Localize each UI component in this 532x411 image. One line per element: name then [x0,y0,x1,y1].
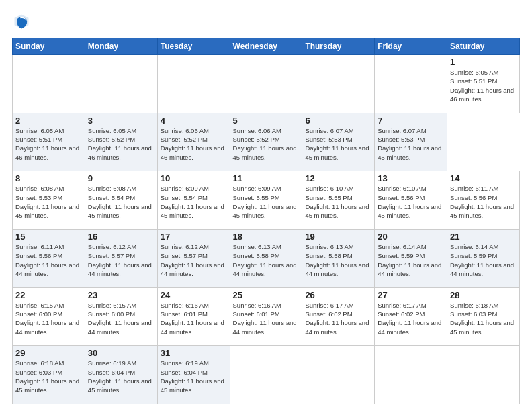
day-info: Sunrise: 6:19 AMSunset: 6:04 PMDaylight:… [161,359,227,394]
logo [12,12,34,31]
calendar-cell [447,346,520,404]
day-number: 20 [378,232,444,242]
day-header-saturday: Saturday [447,38,520,55]
calendar-cell: 26Sunrise: 6:17 AMSunset: 6:02 PMDayligh… [302,287,375,346]
day-info: Sunrise: 6:05 AMSunset: 5:51 PMDaylight:… [450,68,517,103]
calendar-cell: 19Sunrise: 6:13 AMSunset: 5:58 PMDayligh… [302,229,375,287]
calendar-week-5: 22Sunrise: 6:15 AMSunset: 6:00 PMDayligh… [13,287,520,346]
day-number: 24 [161,290,227,300]
day-info: Sunrise: 6:15 AMSunset: 6:00 PMDaylight:… [88,301,154,336]
day-number: 25 [233,290,300,300]
day-number: 2 [15,116,82,126]
logo-icon [12,12,31,31]
day-info: Sunrise: 6:07 AMSunset: 5:53 PMDaylight:… [378,126,444,162]
calendar-cell: 9Sunrise: 6:08 AMSunset: 5:54 PMDaylight… [85,171,157,230]
day-number: 6 [305,116,371,126]
day-info: Sunrise: 6:08 AMSunset: 5:53 PMDaylight:… [15,184,82,220]
day-number: 14 [450,173,517,183]
day-number: 28 [450,290,517,300]
calendar-week-1: 1Sunrise: 6:05 AMSunset: 5:51 PMDaylight… [13,55,520,113]
day-number: 4 [161,116,227,126]
day-header-sunday: Sunday [13,38,85,55]
day-info: Sunrise: 6:16 AMSunset: 6:01 PMDaylight:… [161,301,227,336]
day-number: 10 [161,173,227,183]
day-info: Sunrise: 6:07 AMSunset: 5:53 PMDaylight:… [305,126,371,162]
calendar-header-row: SundayMondayTuesdayWednesdayThursdayFrid… [13,38,520,55]
page: SundayMondayTuesdayWednesdayThursdayFrid… [0,0,532,411]
calendar-cell [302,55,375,113]
calendar-week-6: 29Sunrise: 6:18 AMSunset: 6:03 PMDayligh… [13,346,520,404]
day-header-wednesday: Wednesday [230,38,302,55]
calendar-week-2: 2Sunrise: 6:05 AMSunset: 5:51 PMDaylight… [13,113,520,171]
day-number: 12 [305,173,371,183]
day-number: 9 [88,173,154,183]
calendar-cell [302,346,375,404]
calendar-cell: 7Sunrise: 6:07 AMSunset: 5:53 PMDaylight… [375,113,447,171]
day-header-monday: Monday [85,38,157,55]
header [12,12,520,31]
calendar-cell: 27Sunrise: 6:17 AMSunset: 6:02 PMDayligh… [375,287,447,346]
calendar-cell: 17Sunrise: 6:12 AMSunset: 5:57 PMDayligh… [157,229,230,287]
day-number: 19 [305,232,371,242]
calendar-cell: 13Sunrise: 6:10 AMSunset: 5:56 PMDayligh… [375,171,447,230]
calendar-cell: 21Sunrise: 6:14 AMSunset: 5:59 PMDayligh… [447,229,520,287]
day-number: 16 [88,232,154,242]
day-info: Sunrise: 6:06 AMSunset: 5:52 PMDaylight:… [233,126,300,162]
day-info: Sunrise: 6:13 AMSunset: 5:58 PMDaylight:… [305,242,371,278]
calendar-cell: 23Sunrise: 6:15 AMSunset: 6:00 PMDayligh… [85,287,157,346]
calendar-cell: 28Sunrise: 6:18 AMSunset: 6:03 PMDayligh… [447,287,520,346]
calendar-cell: 22Sunrise: 6:15 AMSunset: 6:00 PMDayligh… [13,287,85,346]
calendar-cell: 4Sunrise: 6:06 AMSunset: 5:52 PMDaylight… [157,113,230,171]
day-info: Sunrise: 6:05 AMSunset: 5:51 PMDaylight:… [15,126,82,162]
calendar-cell [157,55,230,113]
day-number: 26 [305,290,371,300]
day-number: 8 [15,173,82,183]
day-info: Sunrise: 6:05 AMSunset: 5:52 PMDaylight:… [88,126,154,162]
calendar-cell: 1Sunrise: 6:05 AMSunset: 5:51 PMDaylight… [447,55,520,113]
day-number: 17 [161,232,227,242]
day-number: 7 [378,116,444,126]
day-number: 3 [88,116,154,126]
calendar-cell: 3Sunrise: 6:05 AMSunset: 5:52 PMDaylight… [85,113,157,171]
day-info: Sunrise: 6:11 AMSunset: 5:56 PMDaylight:… [450,184,517,220]
calendar-cell: 11Sunrise: 6:09 AMSunset: 5:55 PMDayligh… [230,171,302,230]
day-info: Sunrise: 6:11 AMSunset: 5:56 PMDaylight:… [15,242,82,278]
day-info: Sunrise: 6:18 AMSunset: 6:03 PMDaylight:… [450,301,517,336]
calendar-week-3: 8Sunrise: 6:08 AMSunset: 5:53 PMDaylight… [13,171,520,230]
day-number: 13 [378,173,444,183]
day-info: Sunrise: 6:10 AMSunset: 5:56 PMDaylight:… [378,184,444,220]
calendar-cell: 14Sunrise: 6:11 AMSunset: 5:56 PMDayligh… [447,171,520,230]
calendar-cell [230,346,302,404]
calendar-cell: 6Sunrise: 6:07 AMSunset: 5:53 PMDaylight… [302,113,375,171]
day-info: Sunrise: 6:09 AMSunset: 5:54 PMDaylight:… [161,184,227,220]
calendar-cell [375,346,447,404]
calendar-cell: 16Sunrise: 6:12 AMSunset: 5:57 PMDayligh… [85,229,157,287]
day-header-tuesday: Tuesday [157,38,230,55]
day-number: 18 [233,232,300,242]
day-info: Sunrise: 6:16 AMSunset: 6:01 PMDaylight:… [233,301,300,336]
calendar-cell: 2Sunrise: 6:05 AMSunset: 5:51 PMDaylight… [13,113,85,171]
day-number: 1 [450,57,517,67]
day-number: 22 [15,290,82,300]
day-number: 30 [88,348,154,358]
day-info: Sunrise: 6:14 AMSunset: 5:59 PMDaylight:… [450,242,517,278]
day-info: Sunrise: 6:12 AMSunset: 5:57 PMDaylight:… [161,242,227,278]
calendar-cell: 15Sunrise: 6:11 AMSunset: 5:56 PMDayligh… [13,229,85,287]
calendar-cell: 30Sunrise: 6:19 AMSunset: 6:04 PMDayligh… [85,346,157,404]
calendar-cell: 24Sunrise: 6:16 AMSunset: 6:01 PMDayligh… [157,287,230,346]
day-info: Sunrise: 6:08 AMSunset: 5:54 PMDaylight:… [88,184,154,220]
calendar-cell: 12Sunrise: 6:10 AMSunset: 5:55 PMDayligh… [302,171,375,230]
day-number: 11 [233,173,300,183]
calendar-week-4: 15Sunrise: 6:11 AMSunset: 5:56 PMDayligh… [13,229,520,287]
calendar-cell: 18Sunrise: 6:13 AMSunset: 5:58 PMDayligh… [230,229,302,287]
day-info: Sunrise: 6:15 AMSunset: 6:00 PMDaylight:… [15,301,82,336]
calendar-cell: 29Sunrise: 6:18 AMSunset: 6:03 PMDayligh… [13,346,85,404]
calendar-table: SundayMondayTuesdayWednesdayThursdayFrid… [12,38,520,404]
calendar-cell: 10Sunrise: 6:09 AMSunset: 5:54 PMDayligh… [157,171,230,230]
day-info: Sunrise: 6:14 AMSunset: 5:59 PMDaylight:… [378,242,444,278]
day-info: Sunrise: 6:10 AMSunset: 5:55 PMDaylight:… [305,184,371,220]
day-number: 21 [450,232,517,242]
calendar-cell [13,55,85,113]
calendar-cell [85,55,157,113]
calendar-cell: 5Sunrise: 6:06 AMSunset: 5:52 PMDaylight… [230,113,302,171]
